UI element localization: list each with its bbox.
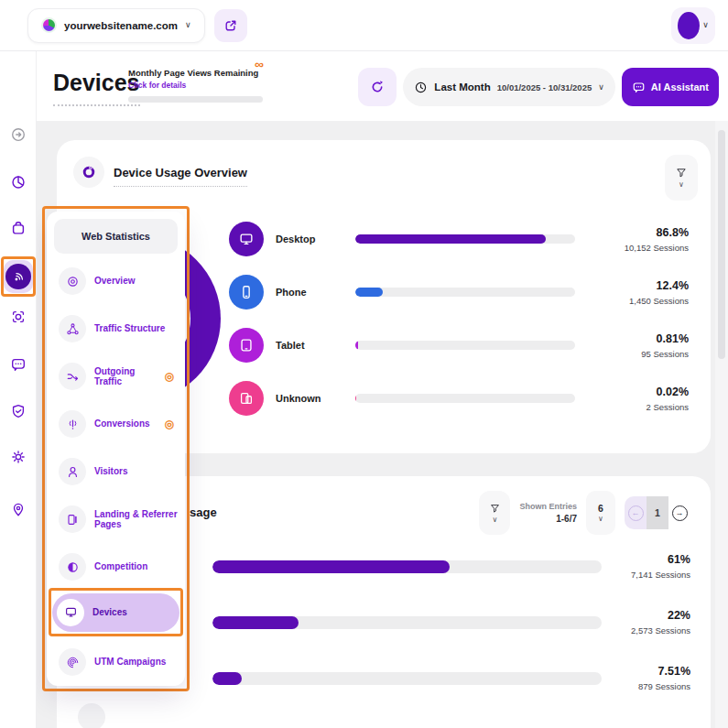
menu-item-utm-campaigns[interactable]: UTM Campaigns xyxy=(54,643,178,681)
quota-details-link[interactable]: Click for details xyxy=(128,81,275,90)
row-icon-placeholder xyxy=(78,703,105,728)
usage-bar-track xyxy=(212,672,602,685)
current-page[interactable]: 1 xyxy=(647,496,668,529)
visitors-icon xyxy=(59,458,86,485)
usage-pct: 22% xyxy=(631,609,690,622)
prev-page-button[interactable]: ← xyxy=(625,496,647,529)
device-sessions: 2 Sessions xyxy=(647,402,689,412)
funnel-icon xyxy=(489,503,501,515)
open-website-button[interactable] xyxy=(214,9,247,42)
site-logo-icon xyxy=(41,17,57,33)
device-sessions: 95 Sessions xyxy=(641,349,689,359)
date-range-selector[interactable]: Last Month 10/01/2025 - 10/31/2025 ∨ xyxy=(403,68,614,106)
next-page-button[interactable]: → xyxy=(668,496,690,529)
web-statistics-radar-icon xyxy=(5,264,31,289)
account-menu[interactable]: ∨ xyxy=(671,7,715,44)
topbar: yourwebsitename.com ∨ ∨ xyxy=(0,0,728,51)
menu-item-outgoing-traffic[interactable]: Outgoing Traffic ◎ xyxy=(54,357,178,396)
phone-icon xyxy=(229,275,264,310)
shown-entries-label: Shown Entries xyxy=(519,502,577,511)
page-size-selector[interactable]: 6 ∨ xyxy=(586,491,615,535)
device-bar-track xyxy=(355,288,575,297)
device-sessions: 1,450 Sessions xyxy=(629,296,689,306)
menu-item-visitors[interactable]: Visitors xyxy=(54,452,178,491)
settings-gear-icon[interactable] xyxy=(10,449,27,465)
refresh-icon xyxy=(369,79,386,95)
filter-button[interactable]: ∨ xyxy=(665,155,698,201)
usage-bar-fill xyxy=(212,560,450,573)
period-label: Last Month xyxy=(434,81,490,92)
icon-sidebar xyxy=(0,51,37,728)
usage-bar-fill xyxy=(212,672,242,685)
card-header: Device Usage Overview ∨ xyxy=(57,140,711,199)
page-header: Devices Monthly Page Views Remaining Cli… xyxy=(37,51,728,121)
menu-item-competition[interactable]: Competition xyxy=(54,548,178,586)
arrow-left-icon: ← xyxy=(628,505,644,521)
expand-sidebar-icon[interactable] xyxy=(10,126,27,143)
shown-entries: Shown Entries 1-6/7 xyxy=(519,502,577,524)
menu-header: Web Statistics xyxy=(54,219,178,254)
usage-controls: ∨ Shown Entries 1-6/7 6 ∨ ← 1 → xyxy=(479,491,690,535)
menu-item-traffic-structure[interactable]: Traffic Structure xyxy=(54,310,178,348)
refresh-button[interactable] xyxy=(358,68,397,106)
usage-bar-track xyxy=(212,560,602,573)
device-bar-fill xyxy=(355,341,358,350)
period-range: 10/01/2025 - 10/31/2025 xyxy=(497,82,592,92)
arrow-right-icon: → xyxy=(672,505,688,521)
device-label: Phone xyxy=(264,287,355,298)
menu-annotation-box: Web Statistics Overview Traffic Structur… xyxy=(42,206,190,691)
menu-item-devices[interactable]: Devices xyxy=(52,593,179,632)
funnel-icon xyxy=(675,167,688,179)
ai-assistant-label: AI Assistant xyxy=(651,81,709,92)
device-row-phone: Phone 12.4% 1,450 Sessions xyxy=(229,268,689,316)
active-item-annotation: Devices xyxy=(49,588,183,636)
ai-assistant-button[interactable]: AI Assistant xyxy=(622,68,719,106)
overview-icon xyxy=(59,267,86,295)
device-bar-fill xyxy=(355,288,383,297)
device-label: Desktop xyxy=(264,234,355,244)
page-title: Devices xyxy=(53,70,140,106)
menu-item-conversions[interactable]: Conversions ◎ xyxy=(54,405,178,443)
chat-icon[interactable] xyxy=(10,356,27,373)
usage-row: 4.97% xyxy=(57,713,690,728)
pagination: ← 1 → xyxy=(625,496,690,529)
analytics-pie-icon[interactable] xyxy=(10,174,27,190)
device-row-desktop: Desktop 86.8% 10,152 Sessions xyxy=(229,215,689,263)
device-pct: 0.81% xyxy=(641,332,689,345)
device-bar-fill xyxy=(355,234,546,244)
device-pct: 0.02% xyxy=(647,386,689,398)
sidebar-item-web-statistics[interactable] xyxy=(4,260,33,293)
device-rows: Desktop 86.8% 10,152 Sessions Phone xyxy=(229,215,689,428)
website-selector[interactable]: yourwebsitename.com ∨ xyxy=(27,8,205,43)
competition-icon xyxy=(59,553,86,581)
scrollbar-thumb[interactable] xyxy=(718,130,725,359)
menu-item-overview[interactable]: Overview xyxy=(54,262,178,300)
usage-values: 22% 2,573 Sessions xyxy=(631,609,690,636)
chevron-down-icon: ∨ xyxy=(598,83,604,92)
active-section-annotation xyxy=(1,256,36,297)
external-link-icon xyxy=(223,18,238,33)
shop-bag-icon[interactable] xyxy=(10,220,27,236)
filter-button[interactable]: ∨ xyxy=(479,491,510,535)
device-label: Unknown xyxy=(264,393,355,404)
chevron-down-icon: ∨ xyxy=(598,516,603,523)
card-title: Device Usage Overview xyxy=(114,166,247,187)
infinity-quota-value: ∞ xyxy=(255,57,264,71)
location-pin-icon[interactable] xyxy=(10,501,27,517)
usage-pct: 61% xyxy=(631,553,690,566)
addon-badge-icon: ◎ xyxy=(165,418,174,430)
usage-pct: 7.51% xyxy=(638,665,690,678)
menu-item-landing-referrer-pages[interactable]: Landing & Referrer Pages xyxy=(54,500,178,538)
page-size-value: 6 xyxy=(598,503,603,514)
device-values: 12.4% 1,450 Sessions xyxy=(629,279,689,306)
usage-sessions: 879 Sessions xyxy=(638,681,690,691)
audience-target-icon[interactable] xyxy=(10,309,27,325)
device-row-unknown: Unknown 0.02% 2 Sessions xyxy=(229,375,689,422)
card-title-partial: sage xyxy=(190,505,217,519)
header-actions: Last Month 10/01/2025 - 10/31/2025 ∨ AI … xyxy=(358,68,719,106)
usage-bar-track xyxy=(212,616,602,629)
chevron-down-icon: ∨ xyxy=(702,21,709,29)
shield-check-icon[interactable] xyxy=(10,403,27,419)
device-values: 0.02% 2 Sessions xyxy=(647,386,689,412)
outgoing-traffic-icon xyxy=(59,363,86,390)
